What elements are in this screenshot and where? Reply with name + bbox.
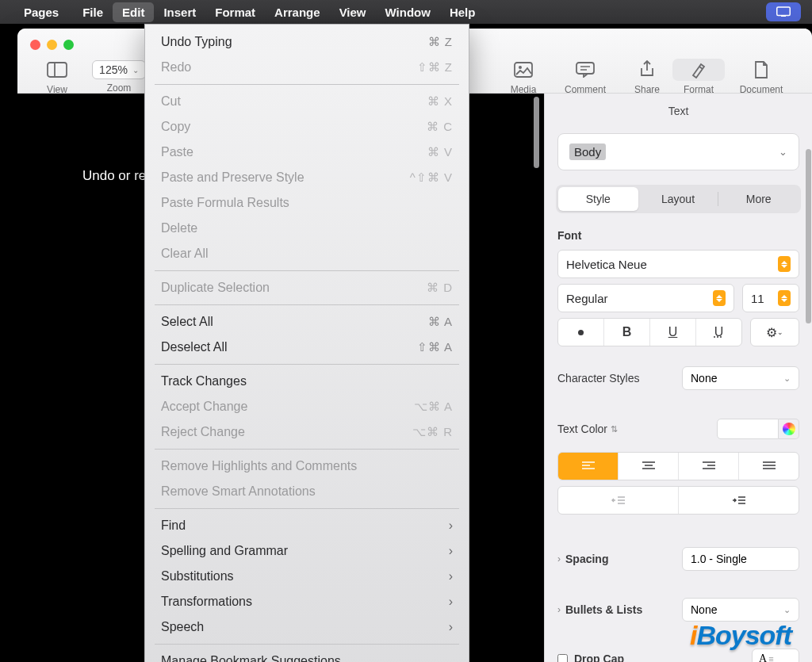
menu-item-track-changes[interactable]: Track Changes [145, 369, 469, 394]
svg-rect-1 [781, 16, 786, 17]
screen-share-icon[interactable] [766, 2, 801, 21]
stepper-icon [778, 290, 791, 306]
menu-item-paste-and-preserve-style: Paste and Preserve Style^⇧⌘ V [145, 165, 469, 190]
menu-help[interactable]: Help [440, 2, 485, 22]
menubar: Pages File Edit Insert Format Arrange Vi… [0, 0, 812, 24]
disclosure-icon: › [557, 553, 561, 564]
stepper-icon [713, 290, 726, 306]
indent-buttons [557, 486, 799, 515]
menu-item-transformations[interactable]: Transformations› [145, 589, 469, 614]
tool-comment[interactable]: Comment [549, 59, 622, 95]
menu-item-redo: Redo⇧⌘ Z [145, 55, 469, 80]
minimize-button[interactable] [47, 40, 57, 50]
menu-insert[interactable]: Insert [154, 2, 205, 22]
sidebar-scrollbar[interactable] [806, 149, 811, 323]
bold-button[interactable]: B [604, 319, 650, 346]
font-weight-select[interactable]: Regular [557, 284, 734, 312]
edit-menu-dropdown: Undo Typing⌘ ZRedo⇧⌘ ZCut⌘ XCopy⌘ CPaste… [144, 24, 469, 662]
app-name[interactable]: Pages [24, 6, 59, 19]
menu-item-undo-typing[interactable]: Undo Typing⌘ Z [145, 29, 469, 55]
menu-item-remove-smart-annotations: Remove Smart Annotations [145, 479, 469, 504]
menu-item-reject-change: Reject Change⌥⌘ R [145, 419, 469, 445]
svg-rect-2 [48, 63, 67, 77]
bullets-row[interactable]: › Bullets & Lists None ⌄ [557, 598, 799, 622]
menu-item-copy: Copy⌘ C [145, 114, 469, 140]
menu-item-spelling-and-grammar[interactable]: Spelling and Grammar› [145, 538, 469, 564]
menu-format[interactable]: Format [205, 2, 265, 22]
menu-file[interactable]: File [73, 2, 113, 22]
indent-button[interactable] [679, 487, 799, 514]
dropcap-checkbox[interactable] [557, 654, 568, 663]
sidebar-title: Text [545, 94, 812, 127]
color-fill-button[interactable] [558, 319, 604, 346]
spacing-select[interactable]: 1.0 - Single [682, 547, 799, 571]
spacing-row[interactable]: › Spacing 1.0 - Single [557, 547, 799, 571]
underline2-button[interactable]: U [696, 319, 741, 346]
updown-icon[interactable]: ⇅ [611, 424, 618, 434]
zoom-button[interactable] [63, 40, 74, 50]
bullets-select[interactable]: None ⌄ [682, 598, 799, 622]
align-center-button[interactable] [619, 453, 679, 480]
menu-item-deselect-all[interactable]: Deselect All⇧⌘ A [145, 335, 469, 360]
disclosure-icon: › [557, 604, 561, 615]
text-color-swatch[interactable] [717, 419, 779, 439]
menu-item-paste: Paste⌘ V [145, 140, 469, 165]
tab-layout[interactable]: Layout [638, 187, 718, 211]
outdent-button[interactable] [558, 487, 679, 514]
character-styles-row: Character Styles None ⌄ [557, 366, 799, 390]
alignment-section [557, 452, 799, 520]
menu-item-cut: Cut⌘ X [145, 89, 469, 114]
menu-item-accept-change: Accept Change⌥⌘ A [145, 394, 469, 419]
svg-point-5 [519, 66, 522, 69]
menu-item-manage-bookmark-suggestions-[interactable]: Manage Bookmark Suggestions... [145, 649, 469, 662]
svg-rect-6 [576, 63, 594, 74]
character-styles-select[interactable]: None ⌄ [682, 366, 799, 390]
menu-view[interactable]: View [330, 2, 376, 22]
underline-button[interactable]: U [650, 319, 696, 346]
tab-style[interactable]: Style [558, 187, 638, 211]
window-controls [30, 40, 74, 50]
menu-arrange[interactable]: Arrange [265, 2, 330, 22]
menu-item-select-all[interactable]: Select All⌘ A [145, 309, 469, 335]
close-button[interactable] [30, 40, 40, 50]
svg-rect-0 [777, 7, 791, 16]
menu-edit[interactable]: Edit [113, 2, 154, 22]
tool-share[interactable]: Share [622, 59, 672, 95]
font-family-select[interactable]: Helvetica Neue [557, 250, 799, 278]
menu-item-duplicate-selection: Duplicate Selection⌘ D [145, 275, 469, 300]
menu-item-substitutions[interactable]: Substitutions› [145, 564, 469, 589]
align-right-button[interactable] [679, 453, 739, 480]
tool-media[interactable]: Media [498, 59, 549, 95]
menu-item-speech[interactable]: Speech› [145, 614, 469, 640]
alignment-buttons [557, 452, 799, 480]
advanced-options-button[interactable]: ⚙︎⌄ [750, 318, 799, 346]
chevron-down-icon: ⌄ [779, 146, 787, 158]
sidebar-tabs: Style Layout More [556, 185, 801, 213]
color-picker-button[interactable] [779, 419, 799, 439]
svg-rect-4 [515, 63, 532, 77]
format-sidebar: Text Body ⌄ Style Layout More Font Helve… [544, 94, 812, 662]
tool-format[interactable]: Format [672, 59, 725, 95]
font-size-input[interactable]: 11 [742, 284, 799, 312]
menu-window[interactable]: Window [376, 2, 440, 22]
menu-item-remove-highlights-and-comments: Remove Highlights and Comments [145, 453, 469, 479]
watermark: iBoysoft [690, 620, 791, 651]
stepper-icon [778, 256, 791, 272]
menu-item-delete: Delete [145, 216, 469, 241]
menu-item-clear-all: Clear All [145, 241, 469, 266]
paragraph-style-selector[interactable]: Body ⌄ [557, 133, 799, 170]
align-left-button[interactable] [558, 453, 619, 480]
document-text[interactable]: Undo or re [82, 168, 146, 184]
menu-item-paste-formula-results: Paste Formula Results [145, 190, 469, 216]
canvas-scrollbar[interactable] [534, 97, 539, 168]
tool-document[interactable]: Document [725, 59, 798, 95]
tab-more[interactable]: More [718, 187, 799, 211]
menu-item-find[interactable]: Find› [145, 513, 469, 538]
tool-view[interactable]: View [32, 59, 82, 95]
text-style-buttons: B U U [557, 318, 742, 346]
align-justify-button[interactable] [739, 453, 799, 480]
text-color-row: Text Color ⇅ [557, 419, 799, 439]
font-section: Font Helvetica Neue Regular 11 [557, 229, 799, 352]
